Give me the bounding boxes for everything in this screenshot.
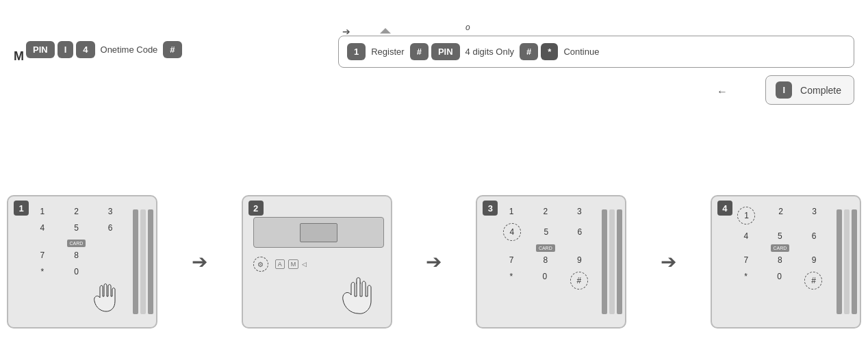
key-row: * 0 # xyxy=(494,272,596,290)
key-4: 4 xyxy=(34,223,51,233)
key-8: 8 xyxy=(771,255,788,265)
complete-text: Complete xyxy=(800,85,841,96)
bar xyxy=(133,209,138,314)
flow-box-hash2: # xyxy=(410,43,429,60)
device-screen-box xyxy=(253,217,384,248)
flow-star: * xyxy=(541,43,558,60)
flow-4: 4 xyxy=(76,41,94,58)
key-0: 0 xyxy=(771,272,787,290)
flow-box-1: 1 xyxy=(347,43,366,60)
key-circle: ⚙ xyxy=(253,257,268,272)
panel-3-bars xyxy=(599,196,625,327)
key-symbol: ⚙ xyxy=(257,261,264,268)
key-2: 2 xyxy=(772,207,789,224)
complete-i-badge: I xyxy=(776,81,792,99)
key-3: 3 xyxy=(102,207,118,216)
bar xyxy=(148,209,153,314)
key-row: 7 8 9 xyxy=(729,255,831,265)
bar xyxy=(609,209,615,314)
key-2: 2 xyxy=(68,207,84,216)
key-4: 4 xyxy=(738,231,754,241)
key-row: * 0 # xyxy=(729,272,831,290)
flow-i1: I xyxy=(58,41,74,58)
arrow-2: ➔ xyxy=(426,250,442,273)
flow-4digits: 4 digits Only xyxy=(465,47,515,57)
card-badge-4: CARD xyxy=(771,244,790,252)
key-6: 6 xyxy=(806,231,822,241)
bar xyxy=(140,209,146,314)
key-5: 5 xyxy=(68,223,84,233)
flow-pin1: PIN xyxy=(26,41,55,58)
flow-continue: Continue xyxy=(563,47,599,57)
panel-1: 1 1 2 3 4 5 6 CARD xyxy=(7,195,157,329)
complete-box: I Complete xyxy=(765,75,854,105)
key-row: 7 8 xyxy=(25,250,127,260)
key-row: 1 2 3 xyxy=(494,207,596,216)
card-row: CARD xyxy=(25,240,127,247)
flow-left: PIN I 4 Onetime Code # xyxy=(26,41,182,58)
icon-a: A xyxy=(275,259,285,269)
key-6: 6 xyxy=(572,227,588,237)
bar xyxy=(844,209,850,314)
bar xyxy=(852,209,857,314)
key-empty xyxy=(102,267,118,277)
flow-onetime: Onetime Code xyxy=(101,44,158,55)
key-0: 0 xyxy=(68,267,84,277)
panel-3-keypad: 1 2 3 4 5 6 CARD 7 8 9 * 0 # xyxy=(494,207,596,322)
key-5: 5 xyxy=(771,231,788,241)
panel-2: 2 ⚙ A M ◁ xyxy=(242,195,392,329)
hand-icon xyxy=(88,277,125,322)
flow-box-inner: 1 Register # PIN 4 digits Only # * Conti… xyxy=(347,43,602,60)
panel-1-bars xyxy=(130,196,156,327)
icon-m: M xyxy=(288,259,299,269)
card-badge-3: CARD xyxy=(536,244,555,252)
key-2: 2 xyxy=(537,207,554,216)
panels-section: 1 1 2 3 4 5 6 CARD xyxy=(7,195,861,329)
key-3: 3 xyxy=(806,207,822,224)
key-7: 7 xyxy=(34,250,51,260)
key-row: 7 8 9 xyxy=(494,255,596,265)
key-8: 8 xyxy=(68,250,84,260)
key-9: 9 xyxy=(806,255,822,265)
panel-3-number: 3 xyxy=(483,201,498,216)
screen-rect xyxy=(300,223,337,242)
key-star: * xyxy=(34,267,51,277)
key-7: 7 xyxy=(738,255,754,265)
key-empty xyxy=(102,250,118,260)
key-row: * 0 xyxy=(25,267,127,277)
flow-m-label: M xyxy=(14,49,24,64)
card-row: CARD xyxy=(494,244,596,252)
key-9: 9 xyxy=(571,255,587,265)
key-star: * xyxy=(737,272,754,290)
key-row: 4 5 6 xyxy=(494,223,596,241)
panel-4-keypad: 1 2 3 4 5 6 CARD 7 8 9 * 0 # xyxy=(729,207,831,322)
key-4-dashed: 4 xyxy=(503,223,521,241)
bar xyxy=(617,209,622,314)
key-row: 1 2 3 xyxy=(25,207,127,216)
flow-o-label: o xyxy=(465,23,470,32)
panel-4-number: 4 xyxy=(717,201,732,216)
back-arrow: ← xyxy=(717,86,728,98)
flow-hash1: # xyxy=(163,41,181,58)
key-row: 4 5 6 xyxy=(729,231,831,241)
key-3: 3 xyxy=(571,207,587,216)
key-1-dashed: 1 xyxy=(737,207,755,224)
arrow-3: ➔ xyxy=(661,250,676,273)
key-row: 4 5 6 xyxy=(25,223,127,233)
flow-diagram: M PIN I 4 Onetime Code # ➔ o 1 Register … xyxy=(7,14,861,123)
key-5: 5 xyxy=(538,227,554,237)
flow-box-hash3: # xyxy=(520,43,538,60)
icon-extra: ◁ xyxy=(302,261,307,268)
key-8: 8 xyxy=(537,255,554,265)
key-hash-dashed-4: # xyxy=(804,272,822,290)
flow-box-pin2: PIN xyxy=(431,43,460,60)
key-row: 1 2 3 xyxy=(729,207,831,224)
panel-3: 3 1 2 3 4 5 6 CARD 7 xyxy=(476,195,626,329)
arrow-1: ➔ xyxy=(192,250,207,273)
card-badge: CARD xyxy=(67,240,86,247)
bar xyxy=(602,209,607,314)
key-hash-dashed: # xyxy=(570,272,588,290)
key-1: 1 xyxy=(503,207,520,216)
key-0: 0 xyxy=(537,272,553,290)
panel-2-number: 2 xyxy=(248,201,264,216)
